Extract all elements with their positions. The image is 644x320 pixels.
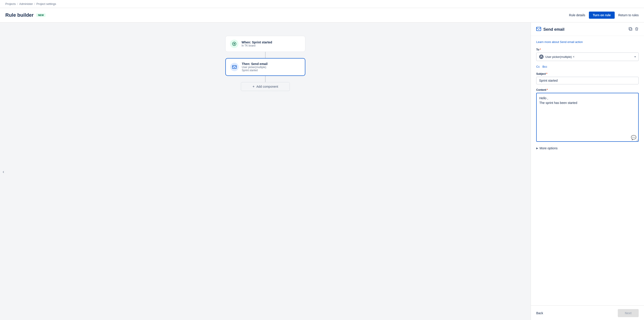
canvas-area: ‹ When: Sprint started In TK board — [0, 23, 531, 320]
dropdown-arrow-icon: ▾ — [634, 55, 636, 58]
svg-rect-4 — [630, 28, 632, 31]
to-required: * — [540, 48, 541, 51]
when-card-title: When: Sprint started — [242, 41, 272, 44]
plus-icon: + — [252, 85, 254, 89]
svg-rect-6 — [635, 28, 638, 28]
when-card-icon — [230, 40, 238, 48]
flow-connector-2 — [265, 76, 266, 82]
add-component-button[interactable]: + Add component — [241, 82, 290, 91]
next-button[interactable]: Next — [618, 309, 639, 317]
panel-footer: Back Next — [531, 305, 644, 320]
svg-rect-2 — [232, 65, 236, 69]
content-textarea-wrapper: Hello , The sprint has been started 💬 — [536, 93, 639, 142]
breadcrumb-administer[interactable]: Administer — [19, 2, 33, 6]
panel-title-row: Send email — [536, 27, 564, 32]
flow-container: When: Sprint started In TK board Then: S… — [225, 36, 305, 91]
content-textarea[interactable]: Hello , The sprint has been started — [536, 93, 639, 142]
to-field-group: To * User picker(multiple) × — [536, 48, 639, 61]
return-to-rules-button[interactable]: Return to rules — [618, 13, 639, 17]
email-icon — [536, 27, 541, 32]
more-options-label: More options — [540, 146, 558, 150]
subject-required: * — [546, 72, 547, 75]
svg-point-1 — [234, 43, 235, 45]
picker-tag: User picker(multiple) × — [545, 55, 574, 59]
to-label: To * — [536, 48, 639, 51]
subject-field-group: Subject * — [536, 72, 639, 84]
duplicate-button[interactable] — [628, 27, 632, 32]
cc-button[interactable]: Cc — [536, 65, 540, 68]
cc-bcc-row: Cc Bcc — [536, 65, 639, 68]
then-card-title: Then: Send email — [242, 62, 268, 66]
breadcrumb-sep-2: / — [34, 2, 35, 6]
panel-actions — [628, 27, 639, 32]
delete-button[interactable] — [635, 27, 639, 32]
flow-connector-1 — [265, 52, 266, 58]
when-card-text: When: Sprint started In TK board — [242, 41, 272, 47]
breadcrumb-sep-1: / — [17, 2, 18, 6]
to-field[interactable]: User picker(multiple) × ▾ — [536, 53, 639, 61]
picker-tag-label: User picker(multiple) — [545, 55, 572, 59]
then-card-line2: Sprint started — [242, 69, 268, 72]
subject-input[interactable] — [536, 77, 639, 84]
panel-header: Send email — [531, 23, 644, 36]
content-required: * — [547, 88, 548, 91]
user-picker-icon — [539, 55, 544, 59]
main-layout: ‹ When: Sprint started In TK board — [0, 23, 644, 320]
turn-on-rule-button[interactable]: Turn on rule — [589, 12, 615, 19]
page-header: Rule builder NEW Rule details Turn on ru… — [0, 8, 644, 23]
svg-rect-7 — [636, 27, 637, 28]
side-panel: Send email — [531, 23, 644, 320]
rule-details-button[interactable]: Rule details — [569, 13, 585, 17]
panel-title: Send email — [543, 27, 564, 32]
page-title: Rule builder — [5, 12, 34, 18]
more-options-row[interactable]: ▶ More options — [536, 146, 639, 150]
content-label: Content * — [536, 88, 639, 91]
back-button[interactable]: Back — [536, 311, 543, 315]
bcc-button[interactable]: Bcc — [542, 65, 547, 68]
more-options-arrow-icon: ▶ — [536, 147, 538, 150]
breadcrumb-projects[interactable]: Projects — [5, 2, 16, 6]
panel-body: Learn more about Send email action To * — [531, 36, 644, 305]
when-card[interactable]: When: Sprint started In TK board — [225, 36, 305, 52]
to-field-inner: User picker(multiple) × — [539, 55, 574, 59]
new-badge: NEW — [36, 13, 46, 17]
content-field-group: Content * Hello , The sprint has been st… — [536, 88, 639, 142]
header-left: Rule builder NEW — [5, 12, 46, 18]
then-card[interactable]: Then: Send email User picker(multiple) S… — [225, 58, 305, 76]
learn-more-link[interactable]: Learn more about Send email action — [536, 40, 639, 44]
then-card-icon — [230, 63, 239, 71]
when-card-subtitle: In TK board — [242, 44, 272, 47]
subject-label: Subject * — [536, 72, 639, 75]
add-component-label: Add component — [256, 85, 278, 88]
collapse-icon[interactable]: ‹ — [3, 169, 4, 174]
svg-rect-5 — [629, 27, 631, 30]
breadcrumb-project-settings[interactable]: Project settings — [36, 2, 56, 6]
then-card-text: Then: Send email User picker(multiple) S… — [242, 62, 268, 72]
emoji-button[interactable]: 💬 — [631, 135, 636, 140]
then-card-line1: User picker(multiple) — [242, 66, 268, 69]
svg-rect-3 — [536, 27, 541, 31]
header-right: Rule details Turn on rule Return to rule… — [569, 12, 639, 19]
breadcrumb: Projects / Administer / Project settings — [0, 0, 644, 8]
remove-tag-button[interactable]: × — [573, 55, 574, 58]
